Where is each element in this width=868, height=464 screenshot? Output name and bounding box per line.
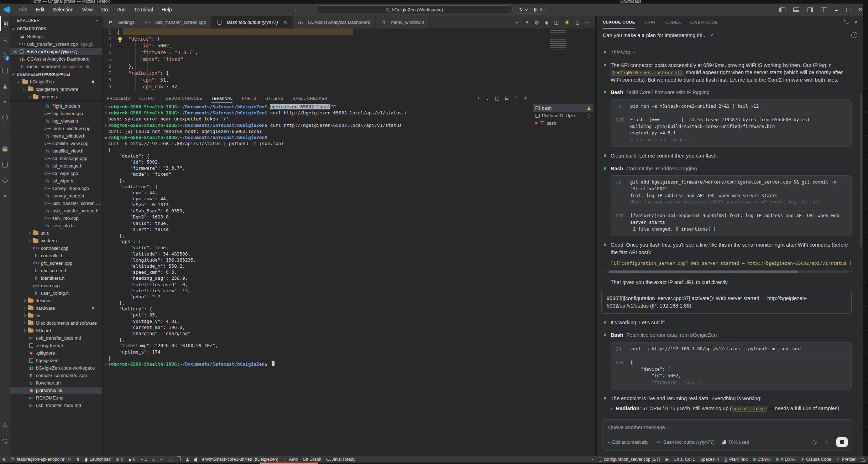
tree-item[interactable]: hardware bbox=[10, 304, 102, 312]
explorer-icon[interactable] bbox=[0, 16, 10, 31]
status-item[interactable]: Ln 1, Col 1 bbox=[674, 457, 695, 462]
claw-extension-icon[interactable]: ✶ bbox=[0, 188, 10, 204]
status-item[interactable]: env:m5stack-core2-unified (bGeigieZen) bbox=[202, 457, 278, 462]
tree-item[interactable]: bgeigiezen bbox=[10, 357, 102, 364]
chevron-down-icon[interactable]: ⌄ bbox=[486, 96, 490, 101]
tree-item[interactable]: utils bbox=[10, 230, 102, 237]
menu-go[interactable]: Go bbox=[97, 5, 112, 14]
panel-tab-ports[interactable]: PORTS bbox=[242, 93, 256, 103]
toggle-sidebar-icon[interactable] bbox=[779, 7, 785, 12]
minimize-button[interactable]: – bbox=[835, 7, 838, 13]
tree-item[interactable]: M↓usb_transfer_todo.md bbox=[10, 402, 102, 409]
tree-item[interactable]: ◉platformio.ini bbox=[10, 387, 102, 394]
terminal-output[interactable]: ○rob@rob-GS66-Stealth-10UG:~/Documents/S… bbox=[103, 104, 532, 456]
tree-item[interactable]: hmenu_window.h bbox=[10, 132, 102, 140]
status-home-icon[interactable]: ⌂ bbox=[152, 457, 155, 462]
status-trash-icon[interactable] bbox=[178, 458, 181, 461]
tree-item[interactable]: C++main.cpp bbox=[10, 282, 102, 289]
open-editor-item[interactable]: hmenu_window.hbgeigiezen_fir... bbox=[10, 63, 102, 70]
status-asterisk-icon[interactable]: ✳Claude Code bbox=[801, 457, 831, 462]
tree-item[interactable]: Misc documents and software bbox=[10, 319, 102, 327]
maximize-panel-icon[interactable]: ⌃ bbox=[514, 96, 518, 101]
edit-mode-selector[interactable]: »Edit automatically bbox=[607, 439, 648, 445]
tree-item[interactable]: .clang-format bbox=[10, 342, 102, 349]
conversation-header[interactable]: Can you make a a plan for implementing t… bbox=[597, 29, 863, 40]
status-item[interactable]: Spaces: 4 bbox=[700, 457, 719, 462]
tree-item[interactable]: hgfx_screen.h bbox=[10, 267, 102, 274]
status-yellow-file-icon[interactable]: configuration_server.cpp (1/7) bbox=[599, 457, 660, 462]
tree-item[interactable]: hzen_info.h bbox=[10, 222, 102, 230]
menu-terminal[interactable]: Terminal bbox=[130, 5, 157, 14]
tree-item[interactable]: hcontroller.h bbox=[10, 252, 102, 259]
new-chat-icon[interactable]: + bbox=[851, 32, 857, 38]
tree-item[interactable]: hsurvey_mode.h bbox=[10, 192, 102, 200]
bolt-icon[interactable]: ⚡ bbox=[564, 20, 570, 25]
close-panel-icon[interactable]: ✕ bbox=[524, 96, 528, 101]
ai-tab-codex[interactable]: CODEX bbox=[665, 16, 681, 29]
tree-item[interactable]: workers bbox=[10, 237, 102, 244]
status-green-dot-icon[interactable]: X:100% bbox=[776, 457, 795, 462]
status-rocket-icon[interactable]: Launchpad bbox=[85, 457, 111, 462]
new-terminal-icon[interactable]: + bbox=[477, 96, 480, 101]
more-actions-icon[interactable]: ⋯ bbox=[585, 20, 590, 25]
explorer-more-actions-icon[interactable]: ⋯ bbox=[94, 18, 99, 23]
panel-tab-gitlens[interactable]: GITLENS bbox=[266, 93, 284, 103]
tree-item[interactable]: M↓README.md bbox=[10, 394, 102, 402]
tree-item[interactable]: huser_config.h bbox=[10, 289, 102, 297]
tree-item[interactable]: C++usb_transfer_screen.cpp bbox=[10, 200, 102, 207]
robot-extension-icon[interactable] bbox=[0, 110, 10, 125]
horizontal-scrollbar[interactable]: ‹› bbox=[604, 269, 852, 274]
kill-terminal-icon[interactable]: ⊟ bbox=[505, 96, 509, 101]
source-control-icon[interactable]: 1 bbox=[0, 47, 10, 63]
minimap[interactable] bbox=[550, 30, 566, 51]
terminal-instance[interactable]: ›_bash bbox=[533, 119, 593, 127]
tree-item[interactable]: {}compile_commands.json bbox=[10, 372, 102, 379]
open-editors-header[interactable]: OPEN EDITORS bbox=[10, 25, 102, 33]
ai-tab-claude-code[interactable]: CLAUDE CODE bbox=[603, 16, 635, 29]
close-icon[interactable]: ✕ bbox=[283, 20, 287, 25]
menu-help[interactable]: Help bbox=[157, 5, 176, 14]
editor-tab[interactable]: Bash tool output (ylyh77)✕ bbox=[211, 16, 293, 29]
editor-pane[interactable]: 1{2 "device": {3 "id": 5002,4 "firmware"… bbox=[103, 29, 595, 93]
status-item[interactable]: Git Graph bbox=[303, 457, 321, 462]
back-icon[interactable]: ← bbox=[293, 7, 299, 13]
panel-tab-spell-checker[interactable]: SPELL CHECKER bbox=[293, 93, 327, 103]
close-icon[interactable]: ✕ bbox=[854, 20, 858, 25]
editor-tab[interactable]: C++usb_transfer_screen.cpp bbox=[140, 16, 211, 29]
tree-item[interactable]: C++log_viewer.cpp bbox=[10, 110, 102, 117]
globe-icon[interactable]: ◍ bbox=[535, 20, 539, 25]
stop-button[interactable] bbox=[836, 437, 848, 447]
tools-extension-icon[interactable]: ⌑ bbox=[0, 125, 10, 141]
terminal-instance[interactable]: ›_bash bbox=[533, 104, 593, 112]
menu-edit[interactable]: Edit bbox=[32, 5, 49, 14]
panel-tab-output[interactable]: OUTPUT bbox=[139, 93, 156, 103]
tree-item[interactable]: bgeigiezen_firmware bbox=[10, 86, 102, 93]
status-green-dot-icon[interactable]: C:89% bbox=[753, 457, 770, 462]
toggle-secondary-sidebar-icon[interactable] bbox=[807, 7, 813, 12]
open-editor-item[interactable]: CCAssist Analytics Dashboard bbox=[10, 55, 102, 63]
tree-item[interactable]: C++sd_wipe.cpp bbox=[10, 170, 102, 177]
close-icon[interactable]: ✕ bbox=[14, 49, 17, 54]
message-input-box[interactable]: Queue another message... »Edit automatic… bbox=[602, 419, 852, 450]
status-bell-icon[interactable] bbox=[861, 458, 864, 461]
panel-tab-debug-console[interactable]: DEBUG CONSOLE bbox=[166, 93, 202, 103]
manage-gear-icon[interactable] bbox=[0, 433, 10, 449]
tree-item[interactable]: C++controller.cpp bbox=[10, 244, 102, 252]
editor-tab[interactable]: CCAssist Analytics Dashboard bbox=[293, 16, 376, 29]
status-error-circle-icon[interactable]: ⊘0 bbox=[116, 457, 124, 462]
status-beaker-icon[interactable] bbox=[186, 458, 189, 462]
tree-item[interactable]: C++satellite_view.cpp bbox=[10, 140, 102, 147]
open-editor-item[interactable]: ⇄Settings bbox=[10, 33, 102, 40]
bash-tool-header[interactable]: BashFetch live sensor data from bGeigieZ… bbox=[611, 331, 852, 339]
tree-item[interactable]: C++menu_window.cpp bbox=[10, 125, 102, 132]
status-java-icon[interactable]: Java: Ready bbox=[326, 457, 356, 462]
tree-item[interactable]: hsd_message.h bbox=[10, 162, 102, 170]
preview-icon[interactable]: ◉ bbox=[544, 20, 548, 25]
maximize-button[interactable]: ▢ bbox=[846, 6, 851, 13]
open-editor-item[interactable]: ✕Bash tool output (ylyh77) bbox=[10, 48, 102, 55]
extensions-icon[interactable] bbox=[0, 63, 10, 78]
customize-layout-icon[interactable] bbox=[821, 7, 827, 12]
status-braces-icon[interactable]: {}Plain Text bbox=[725, 457, 748, 462]
search-icon[interactable] bbox=[0, 31, 10, 47]
sync-status-chip[interactable]: ↻ | 3 bbox=[516, 6, 546, 14]
